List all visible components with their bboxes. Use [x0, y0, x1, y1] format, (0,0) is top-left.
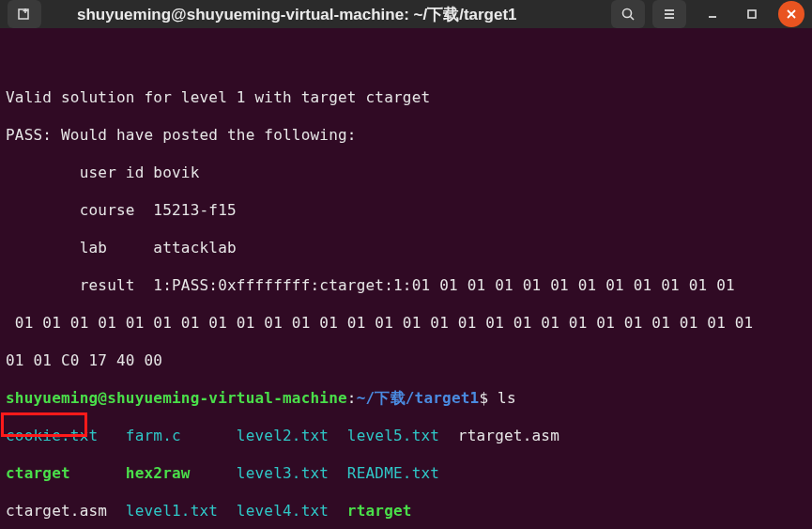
cmd-ls: ls	[488, 389, 516, 407]
file: level5.txt	[347, 427, 439, 444]
search-button[interactable]	[611, 0, 645, 28]
prompt-userhost: shuyueming@shuyueming-virtual-machine	[6, 389, 347, 407]
file-exec: rtarget	[347, 502, 412, 520]
prompt-colon: :	[347, 389, 357, 407]
output-line: Valid solution for level 1 with target c…	[6, 88, 806, 107]
menu-button[interactable]	[652, 0, 686, 28]
file-exec: ctarget	[6, 464, 70, 482]
search-icon	[620, 7, 636, 22]
hamburger-icon	[662, 7, 677, 22]
terminal-window: shuyueming@shuyueming-virtual-machine: ~…	[0, 0, 812, 529]
output-line: 01 01 01 01 01 01 01 01 01 01 01 01 01 0…	[6, 314, 806, 333]
svg-line-4	[631, 17, 635, 21]
prompt-path: /下载/target1	[366, 389, 480, 407]
file: rtarget.asm	[458, 427, 559, 444]
output-line: 01 01 C0 17 40 00	[6, 351, 806, 370]
file: level2.txt	[237, 427, 329, 444]
output-line: PASS: Would have posted the following:	[6, 126, 806, 145]
svg-rect-9	[748, 10, 756, 18]
new-tab-button[interactable]	[8, 0, 41, 28]
output-line	[6, 51, 806, 70]
output-line: course 15213-f15	[6, 201, 806, 220]
file: level4.txt	[237, 502, 329, 520]
minimize-button[interactable]	[699, 1, 726, 27]
window-title: shuyueming@shuyueming-virtual-machine: ~…	[49, 4, 604, 25]
output-line: result 1:PASS:0xffffffff:ctarget:1:01 01…	[6, 276, 806, 295]
terminal-body[interactable]: Valid solution for level 1 with target c…	[0, 28, 812, 529]
prompt-dollar: $	[479, 389, 488, 407]
prompt-line: shuyueming@shuyueming-virtual-machine:~/…	[6, 389, 806, 408]
titlebar: shuyueming@shuyueming-virtual-machine: ~…	[0, 0, 812, 28]
svg-point-3	[623, 9, 632, 18]
maximize-button[interactable]	[739, 1, 765, 27]
file-exec: hex2raw	[126, 464, 191, 482]
close-button[interactable]	[778, 1, 804, 27]
file: cookie.txt	[6, 427, 98, 444]
file: level3.txt	[237, 464, 329, 482]
file: farm.c	[126, 427, 181, 444]
minimize-icon	[706, 8, 719, 21]
ls-row: cookie.txt farm.c level2.txt level5.txt …	[6, 427, 806, 445]
file: README.txt	[347, 464, 439, 482]
maximize-icon	[745, 8, 758, 21]
output-line: user id bovik	[6, 163, 806, 182]
ls-row: ctarget.asm level1.txt level4.txt rtarge…	[6, 502, 806, 521]
file: level1.txt	[126, 502, 218, 520]
ls-row: ctarget hex2raw level3.txt README.txt	[6, 464, 806, 483]
file: ctarget.asm	[6, 502, 107, 520]
prompt-tilde: ~	[357, 389, 366, 407]
close-icon	[786, 8, 797, 20]
output-line: lab attacklab	[6, 239, 806, 257]
new-tab-icon	[17, 7, 32, 22]
